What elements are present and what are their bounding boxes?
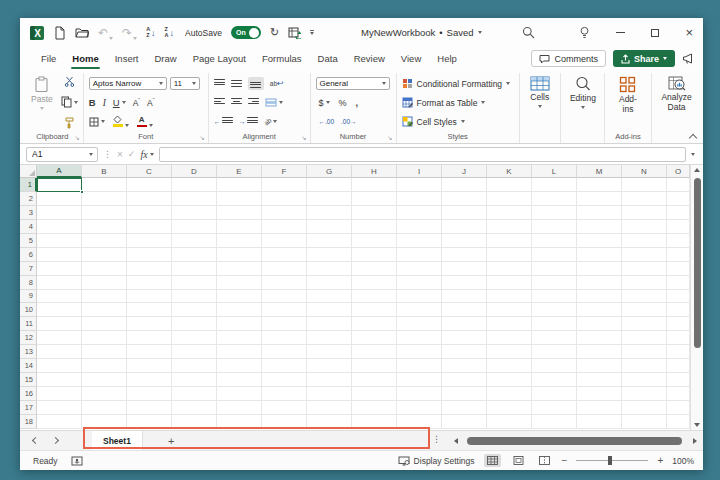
row-header-2[interactable]: 2	[20, 192, 37, 206]
font-size-select[interactable]: 11	[170, 77, 200, 90]
align-left-button[interactable]	[214, 98, 225, 107]
align-middle-button[interactable]	[231, 79, 242, 88]
cell-a9[interactable]	[37, 290, 82, 304]
cell-d1[interactable]	[172, 178, 217, 192]
formula-input[interactable]	[159, 147, 686, 162]
cut-button[interactable]	[61, 76, 78, 87]
name-box[interactable]: A1	[26, 147, 98, 162]
cell-a10[interactable]	[37, 303, 82, 317]
cell-f3[interactable]	[262, 206, 307, 220]
cell-m12[interactable]	[577, 331, 622, 345]
cell-f10[interactable]	[262, 303, 307, 317]
cell-e14[interactable]	[217, 359, 262, 373]
cell-n11[interactable]	[622, 317, 667, 331]
cell-k13[interactable]	[487, 345, 532, 359]
paste-button[interactable]: Paste	[27, 74, 57, 130]
close-button[interactable]: ×	[685, 26, 693, 39]
cell-h1[interactable]	[352, 178, 397, 192]
cell-c8[interactable]	[127, 276, 172, 290]
cell-j7[interactable]	[442, 262, 487, 276]
copy-dropdown-icon[interactable]	[74, 101, 78, 104]
cell-m7[interactable]	[577, 262, 622, 276]
align-bottom-button[interactable]	[248, 77, 264, 90]
cell-n5[interactable]	[622, 234, 667, 248]
cell-f5[interactable]	[262, 234, 307, 248]
cell-k5[interactable]	[487, 234, 532, 248]
cell-j8[interactable]	[442, 276, 487, 290]
row-header-14[interactable]: 14	[20, 359, 37, 373]
cell-j9[interactable]	[442, 290, 487, 304]
cell-i13[interactable]	[397, 345, 442, 359]
cell-o12[interactable]	[667, 331, 690, 345]
cell-i15[interactable]	[397, 373, 442, 387]
row-header-11[interactable]: 11	[20, 317, 37, 331]
cell-k11[interactable]	[487, 317, 532, 331]
cell-n15[interactable]	[622, 373, 667, 387]
cell-o3[interactable]	[667, 206, 690, 220]
cell-n18[interactable]	[622, 415, 667, 429]
cell-e4[interactable]	[217, 220, 262, 234]
percent-format-button[interactable]: %	[339, 98, 347, 108]
cell-b4[interactable]	[82, 220, 127, 234]
cell-l11[interactable]	[532, 317, 577, 331]
cell-j15[interactable]	[442, 373, 487, 387]
cell-c3[interactable]	[127, 206, 172, 220]
cell-k15[interactable]	[487, 373, 532, 387]
select-all-button[interactable]	[20, 165, 37, 178]
cell-d8[interactable]	[172, 276, 217, 290]
cell-f2[interactable]	[262, 192, 307, 206]
cell-l15[interactable]	[532, 373, 577, 387]
cell-o2[interactable]	[667, 192, 690, 206]
open-file-button[interactable]	[75, 27, 89, 39]
column-header-e[interactable]: E	[217, 165, 262, 178]
cell-d5[interactable]	[172, 234, 217, 248]
fill-color-button[interactable]	[113, 116, 129, 127]
tab-formulas[interactable]: Formulas	[254, 47, 310, 70]
cell-o17[interactable]	[667, 401, 690, 415]
cell-n8[interactable]	[622, 276, 667, 290]
cell-l2[interactable]	[532, 192, 577, 206]
orientation-button[interactable]: ab	[264, 118, 277, 125]
row-header-8[interactable]: 8	[20, 276, 37, 290]
tab-page-layout[interactable]: Page Layout	[185, 47, 254, 70]
cell-g9[interactable]	[307, 290, 352, 304]
cell-e12[interactable]	[217, 331, 262, 345]
cell-b10[interactable]	[82, 303, 127, 317]
new-sheet-button[interactable]: +	[168, 431, 174, 450]
cell-c16[interactable]	[127, 387, 172, 401]
column-header-j[interactable]: J	[442, 165, 487, 178]
cell-styles-button[interactable]: Cell Styles	[402, 114, 514, 129]
cell-c12[interactable]	[127, 331, 172, 345]
cell-k9[interactable]	[487, 290, 532, 304]
cell-d18[interactable]	[172, 415, 217, 429]
align-right-button[interactable]	[248, 98, 259, 107]
cell-i17[interactable]	[397, 401, 442, 415]
cell-j16[interactable]	[442, 387, 487, 401]
cell-n7[interactable]	[622, 262, 667, 276]
merge-center-dropdown-icon[interactable]	[279, 101, 283, 104]
cell-e7[interactable]	[217, 262, 262, 276]
row-header-1[interactable]: 1	[20, 178, 37, 192]
cell-n12[interactable]	[622, 331, 667, 345]
cell-g2[interactable]	[307, 192, 352, 206]
zoom-out-button[interactable]: −	[562, 455, 568, 466]
cell-n3[interactable]	[622, 206, 667, 220]
qat-overflow-button[interactable]	[310, 30, 314, 35]
tab-draw[interactable]: Draw	[146, 47, 184, 70]
cell-m8[interactable]	[577, 276, 622, 290]
cell-c14[interactable]	[127, 359, 172, 373]
cell-h3[interactable]	[352, 206, 397, 220]
cell-j1[interactable]	[442, 178, 487, 192]
increase-indent-button[interactable]: →	[239, 117, 258, 126]
zoom-slider[interactable]	[576, 460, 648, 461]
cell-c6[interactable]	[127, 248, 172, 262]
redo-button[interactable]: ↷	[122, 26, 137, 40]
cell-a8[interactable]	[37, 276, 82, 290]
align-top-button[interactable]	[214, 79, 225, 88]
row-header-7[interactable]: 7	[20, 262, 37, 276]
previous-sheet-icon[interactable]	[32, 437, 39, 444]
redo-dropdown-icon[interactable]	[133, 37, 137, 40]
cell-a5[interactable]	[37, 234, 82, 248]
cell-b9[interactable]	[82, 290, 127, 304]
cell-g5[interactable]	[307, 234, 352, 248]
